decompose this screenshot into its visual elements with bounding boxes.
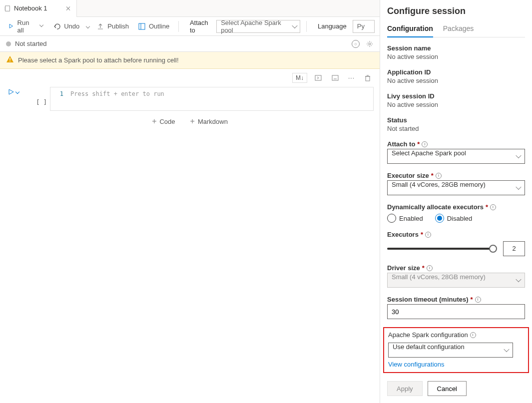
publish-icon	[96, 22, 104, 30]
dynamic-executors-label: Dynamically allocate executors	[387, 203, 484, 211]
radio-enabled-label: Enabled	[399, 215, 423, 222]
notebook-area: [ ] 1 Press shift + enter to run + Code …	[0, 84, 380, 132]
panel-title: Configure session	[387, 6, 525, 16]
apply-button[interactable]: Apply	[387, 381, 423, 396]
svg-marker-17	[9, 89, 13, 94]
status-text: Not started	[15, 40, 47, 47]
run-all-dropdown[interactable]	[39, 21, 47, 31]
chevron-down-icon	[504, 347, 509, 352]
status-value: Not started	[387, 125, 525, 132]
attach-to-label: Attach to	[387, 140, 415, 148]
attach-to-select[interactable]: Select Apache Spark pool	[387, 149, 525, 164]
executors-value[interactable]: 2	[503, 241, 525, 256]
status-dot-icon	[6, 41, 11, 46]
toolbar-divider	[178, 21, 179, 32]
slider-thumb[interactable]	[489, 245, 497, 253]
line-number: 1	[50, 87, 66, 110]
livy-session-id-label: Livy session ID	[387, 92, 525, 100]
executor-size-value: Small (4 vCores, 28GB memory)	[392, 181, 486, 188]
undo-icon	[53, 22, 61, 30]
settings-icon[interactable]	[366, 40, 374, 48]
svg-rect-11	[315, 75, 321, 80]
tab-configuration[interactable]: Configuration	[387, 22, 433, 37]
cell-placeholder: Press shift + enter to run	[70, 90, 164, 97]
toolbar: Run all Undo Publish Outline Attach	[0, 17, 380, 36]
outline-icon	[138, 22, 146, 30]
publish-label: Publish	[107, 22, 129, 30]
attach-to-value: Select Apache Spark pool	[221, 19, 289, 34]
executors-label: Executors	[387, 231, 419, 238]
undo-button[interactable]: Undo	[50, 20, 82, 32]
status-label: Status	[387, 116, 525, 124]
close-tab-icon[interactable]	[65, 5, 71, 11]
executor-size-select[interactable]: Small (4 vCores, 28GB memory)	[387, 180, 525, 195]
radio-enabled[interactable]: Enabled	[387, 214, 423, 223]
view-configurations-link[interactable]: View configurations	[388, 361, 445, 368]
info-icon[interactable]: i	[490, 204, 496, 210]
run-cell-dropdown[interactable]	[15, 90, 19, 94]
application-id-label: Application ID	[387, 68, 525, 76]
radio-disabled[interactable]: Disabled	[435, 214, 473, 223]
spark-config-label: Apache Spark configuration	[388, 331, 468, 339]
session-timeout-input[interactable]	[387, 304, 525, 319]
driver-size-label: Driver size	[387, 264, 420, 272]
convert-markdown-button[interactable]: M↓	[292, 73, 307, 83]
spark-config-value: Use default configuration	[393, 343, 465, 351]
language-value: Py	[357, 22, 365, 30]
run-cell-button[interactable]	[8, 89, 14, 95]
svg-point-7	[369, 43, 371, 45]
info-icon[interactable]: i	[427, 265, 433, 271]
chevron-down-icon	[516, 277, 521, 282]
tab-packages[interactable]: Packages	[443, 22, 474, 37]
svg-rect-5	[139, 23, 145, 29]
attach-to-select[interactable]: Select Apache Spark pool	[216, 20, 300, 33]
chevron-down-icon	[516, 184, 521, 190]
session-name-value: No active session	[387, 53, 525, 60]
run-all-button[interactable]: Run all	[5, 17, 36, 36]
notebook-tab[interactable]: Notebook 1	[0, 0, 77, 17]
add-code-cell-button[interactable]: + Code	[152, 117, 175, 126]
svg-rect-12	[332, 75, 338, 80]
chevron-down-icon	[516, 153, 521, 158]
executor-size-label: Executor size	[387, 172, 429, 179]
svg-rect-0	[5, 5, 10, 11]
svg-rect-10	[9, 61, 10, 62]
spark-config-highlight: Apache Spark configurationi Use default …	[383, 327, 529, 373]
info-icon[interactable]: i	[475, 297, 481, 303]
undo-dropdown[interactable]	[85, 23, 90, 30]
session-timeout-label: Session timeout (minutes)	[387, 296, 469, 303]
collapse-input-icon[interactable]	[312, 73, 324, 83]
warning-icon	[6, 55, 14, 65]
session-name-label: Session name	[387, 44, 525, 52]
info-icon[interactable]: i	[425, 232, 431, 238]
outline-button[interactable]: Outline	[135, 20, 172, 32]
spark-config-select[interactable]: Use default configuration	[388, 343, 513, 358]
chevron-down-icon	[292, 22, 297, 28]
collapse-output-icon[interactable]	[329, 73, 341, 83]
add-markdown-label: Markdown	[198, 118, 228, 125]
executors-slider[interactable]	[387, 248, 496, 250]
svg-rect-14	[366, 76, 370, 81]
undo-label: Undo	[64, 22, 79, 30]
variables-icon[interactable]: ○	[352, 40, 360, 48]
run-all-label: Run all	[17, 19, 33, 34]
language-select[interactable]: Py	[353, 20, 375, 33]
tab-strip: Notebook 1	[0, 0, 380, 17]
more-actions-icon[interactable]: ···	[346, 73, 357, 82]
info-icon[interactable]: i	[436, 173, 442, 179]
warning-banner: Please select a Spark pool to attach bef…	[0, 52, 380, 69]
info-icon[interactable]: i	[470, 332, 476, 338]
driver-size-value: Small (4 vCores, 28GB memory)	[392, 273, 486, 281]
outline-label: Outline	[149, 22, 169, 30]
warning-text: Please select a Spark pool to attach bef…	[18, 56, 179, 64]
publish-button[interactable]: Publish	[93, 20, 132, 32]
application-id-value: No active session	[387, 77, 525, 84]
plus-icon: +	[190, 117, 195, 126]
add-markdown-cell-button[interactable]: + Markdown	[190, 117, 228, 126]
add-code-label: Code	[159, 118, 175, 125]
info-icon[interactable]: i	[422, 141, 428, 147]
code-cell[interactable]: 1 Press shift + enter to run	[50, 87, 374, 111]
cancel-button[interactable]: Cancel	[428, 381, 467, 396]
cell-prompt: [ ]	[32, 87, 47, 106]
delete-cell-icon[interactable]	[362, 73, 374, 83]
